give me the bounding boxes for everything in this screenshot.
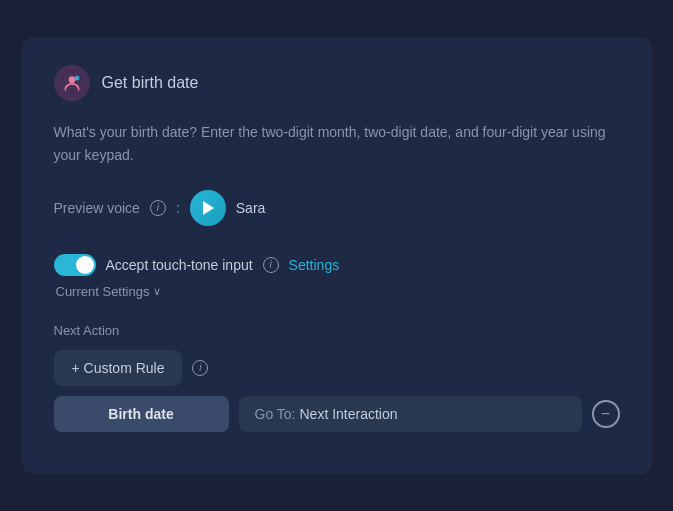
current-settings-label: Current Settings [56, 284, 150, 299]
goto-label: Go To: [255, 406, 296, 422]
preview-colon: : [176, 200, 180, 216]
card-title: Get birth date [102, 74, 199, 92]
remove-button[interactable]: − [592, 400, 620, 428]
preview-voice-row: Preview voice i : Sara [54, 190, 620, 226]
touch-tone-info-icon[interactable]: i [263, 257, 279, 273]
card-header: ♪ Get birth date [54, 65, 620, 101]
preview-voice-label: Preview voice [54, 200, 140, 216]
next-action-label: Next Action [54, 323, 620, 338]
custom-rule-row: + Custom Rule i [54, 350, 620, 386]
current-settings-row[interactable]: Current Settings ∨ [56, 284, 620, 299]
settings-link[interactable]: Settings [289, 257, 340, 273]
custom-rule-info-icon[interactable]: i [192, 360, 208, 376]
play-button[interactable] [190, 190, 226, 226]
svg-point-0 [68, 76, 75, 83]
touch-tone-row: Accept touch-tone input i Settings [54, 254, 620, 276]
preview-info-icon[interactable]: i [150, 200, 166, 216]
birth-date-row: Birth date Go To: Next Interaction − [54, 396, 620, 432]
goto-field: Go To: Next Interaction [239, 396, 582, 432]
svg-text:♪: ♪ [75, 76, 77, 81]
birth-date-button[interactable]: Birth date [54, 396, 229, 432]
custom-rule-button[interactable]: + Custom Rule [54, 350, 183, 386]
touch-tone-label: Accept touch-tone input [106, 257, 253, 273]
person-icon: ♪ [54, 65, 90, 101]
main-card: ♪ Get birth date What's your birth date?… [22, 37, 652, 474]
goto-value: Next Interaction [300, 406, 398, 422]
voice-name: Sara [236, 200, 266, 216]
chevron-down-icon: ∨ [153, 285, 161, 298]
card-description: What's your birth date? Enter the two-di… [54, 121, 620, 166]
touch-tone-toggle[interactable] [54, 254, 96, 276]
